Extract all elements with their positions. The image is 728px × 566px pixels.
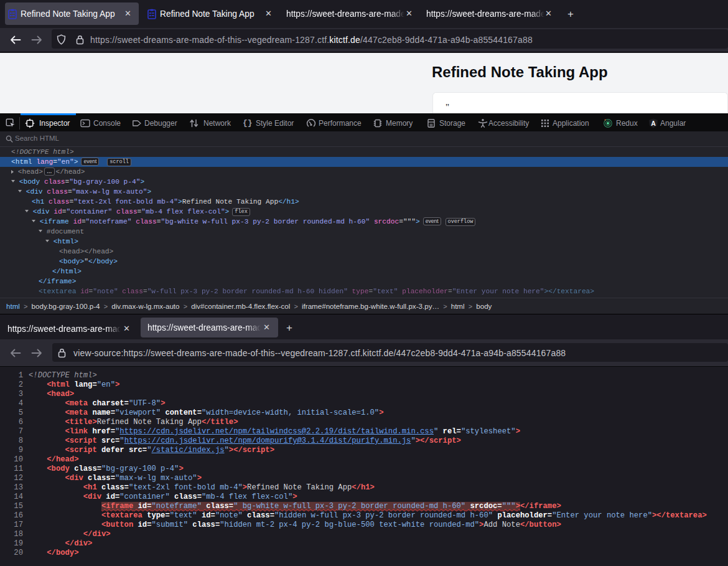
svg-text:A: A bbox=[651, 120, 656, 127]
